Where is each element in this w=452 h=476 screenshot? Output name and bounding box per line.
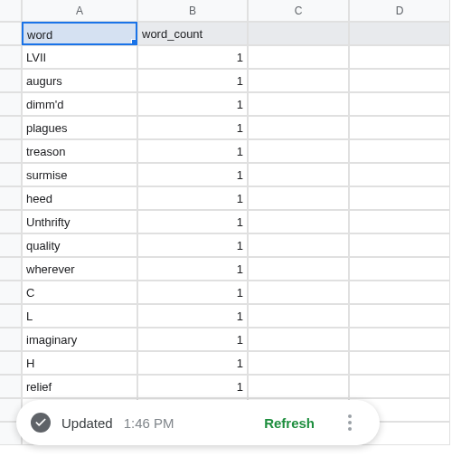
row-header[interactable] [0, 69, 22, 92]
cell-word[interactable]: dimm'd [22, 92, 137, 116]
row-header[interactable] [0, 116, 22, 139]
cell-empty[interactable] [248, 186, 349, 210]
cell-word-count[interactable]: 1 [137, 116, 248, 139]
cell-word-count[interactable]: 1 [137, 139, 248, 163]
row-header[interactable] [0, 257, 22, 281]
cell-empty[interactable] [248, 281, 349, 304]
cell-word[interactable]: wherever [22, 257, 137, 281]
row-header[interactable] [0, 351, 22, 375]
cell-empty[interactable] [349, 45, 450, 69]
col-header-c[interactable]: C [248, 0, 349, 22]
cell-d1[interactable] [349, 22, 450, 45]
cell-b1[interactable]: word_count [137, 22, 248, 45]
col-header-b[interactable]: B [137, 0, 248, 22]
cell-empty[interactable] [248, 375, 349, 398]
cell-word-count[interactable]: 1 [137, 210, 248, 233]
spreadsheet-grid[interactable]: A B C D word word_count LVII1augurs1dimm… [0, 0, 452, 445]
select-all-corner[interactable] [0, 0, 22, 22]
refresh-button[interactable]: Refresh [255, 408, 324, 438]
cell-c1[interactable] [248, 22, 349, 45]
cell-empty[interactable] [349, 328, 450, 351]
cell-word[interactable]: plagues [22, 116, 137, 139]
cell-empty[interactable] [349, 186, 450, 210]
cell-word[interactable]: C [22, 281, 137, 304]
cell-empty[interactable] [248, 304, 349, 328]
row-header[interactable] [0, 92, 22, 116]
cell-empty[interactable] [349, 281, 450, 304]
cell-word[interactable]: H [22, 351, 137, 375]
cell-word[interactable]: relief [22, 375, 137, 398]
cell-empty[interactable] [349, 375, 450, 398]
cell-empty[interactable] [248, 328, 349, 351]
cell-word-count[interactable]: 1 [137, 304, 248, 328]
cell-empty[interactable] [248, 163, 349, 186]
cell-word-count[interactable]: 1 [137, 163, 248, 186]
col-header-d[interactable]: D [349, 0, 450, 22]
cell-word[interactable]: imaginary [22, 328, 137, 351]
cell-empty[interactable] [349, 163, 450, 186]
cell-empty[interactable] [349, 69, 450, 92]
cell-empty[interactable] [349, 116, 450, 139]
cell-empty[interactable] [349, 257, 450, 281]
cell-empty[interactable] [248, 116, 349, 139]
status-toast: Updated 1:46 PM Refresh [16, 400, 380, 445]
cell-empty[interactable] [248, 257, 349, 281]
row-header[interactable] [0, 375, 22, 398]
status-time: 1:46 PM [124, 415, 174, 431]
cell-word[interactable]: augurs [22, 69, 137, 92]
col-header-a[interactable]: A [22, 0, 137, 22]
cell-word-count[interactable]: 1 [137, 257, 248, 281]
cell-word-count[interactable]: 1 [137, 45, 248, 69]
cell-empty[interactable] [248, 233, 349, 257]
cell-empty[interactable] [349, 351, 450, 375]
row-header[interactable] [0, 186, 22, 210]
cell-word-count[interactable]: 1 [137, 281, 248, 304]
status-label: Updated [61, 415, 113, 431]
cell-empty[interactable] [349, 92, 450, 116]
cell-word[interactable]: quality [22, 233, 137, 257]
cell-word-count[interactable]: 1 [137, 233, 248, 257]
cell-a1[interactable]: word [22, 22, 137, 45]
row-header[interactable] [0, 281, 22, 304]
cell-empty[interactable] [349, 304, 450, 328]
cell-empty[interactable] [248, 351, 349, 375]
row-header[interactable] [0, 22, 22, 45]
cell-word[interactable]: Unthrifty [22, 210, 137, 233]
row-header[interactable] [0, 233, 22, 257]
row-header[interactable] [0, 45, 22, 69]
cell-empty[interactable] [248, 45, 349, 69]
row-header[interactable] [0, 163, 22, 186]
row-header[interactable] [0, 139, 22, 163]
cell-word[interactable]: treason [22, 139, 137, 163]
row-header[interactable] [0, 210, 22, 233]
cell-word[interactable]: surmise [22, 163, 137, 186]
cell-empty[interactable] [349, 233, 450, 257]
cell-word-count[interactable]: 1 [137, 375, 248, 398]
cell-word-count[interactable]: 1 [137, 92, 248, 116]
check-icon [31, 413, 51, 433]
cell-empty[interactable] [248, 92, 349, 116]
more-options-icon[interactable] [334, 407, 365, 438]
cell-empty[interactable] [248, 210, 349, 233]
cell-word[interactable]: LVII [22, 45, 137, 69]
cell-word-count[interactable]: 1 [137, 69, 248, 92]
cell-empty[interactable] [248, 69, 349, 92]
cell-word[interactable]: L [22, 304, 137, 328]
cell-empty[interactable] [248, 139, 349, 163]
cell-word-count[interactable]: 1 [137, 186, 248, 210]
cell-word[interactable]: heed [22, 186, 137, 210]
cell-empty[interactable] [349, 139, 450, 163]
cell-empty[interactable] [349, 210, 450, 233]
cell-word-count[interactable]: 1 [137, 328, 248, 351]
row-header[interactable] [0, 304, 22, 328]
cell-word-count[interactable]: 1 [137, 351, 248, 375]
row-header[interactable] [0, 328, 22, 351]
